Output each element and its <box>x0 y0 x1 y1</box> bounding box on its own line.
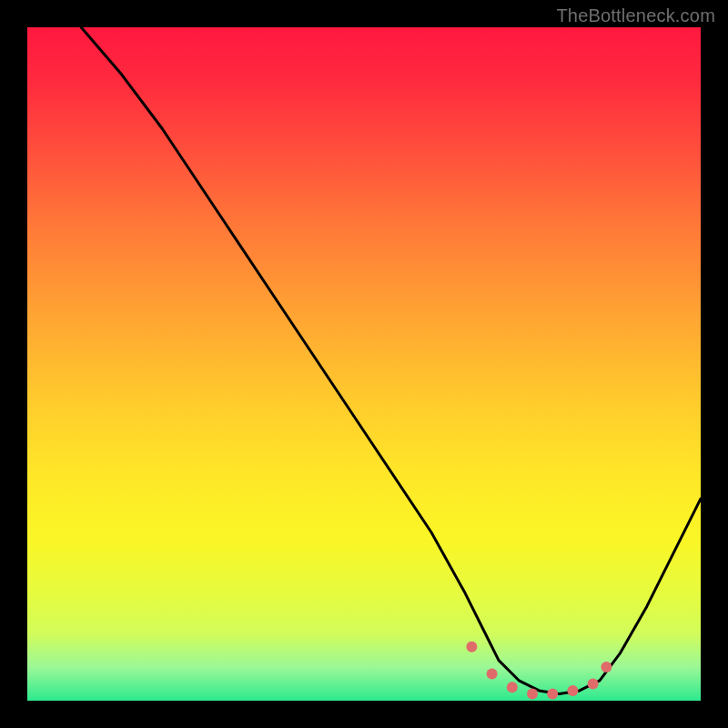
plot-area <box>27 27 701 701</box>
marker-dot <box>588 679 599 690</box>
watermark-label: TheBottleneck.com <box>556 5 715 26</box>
marker-dot <box>547 689 558 700</box>
chart-frame: TheBottleneck.com <box>0 0 728 728</box>
marker-dot <box>466 642 477 652</box>
bottleneck-curve <box>81 27 701 694</box>
chart-svg <box>27 27 701 701</box>
marker-dot <box>507 682 518 693</box>
marker-dot <box>527 689 538 700</box>
marker-dot <box>487 668 498 679</box>
curve-layer <box>81 27 701 694</box>
marker-dot <box>567 685 578 696</box>
marker-dot <box>601 662 612 672</box>
